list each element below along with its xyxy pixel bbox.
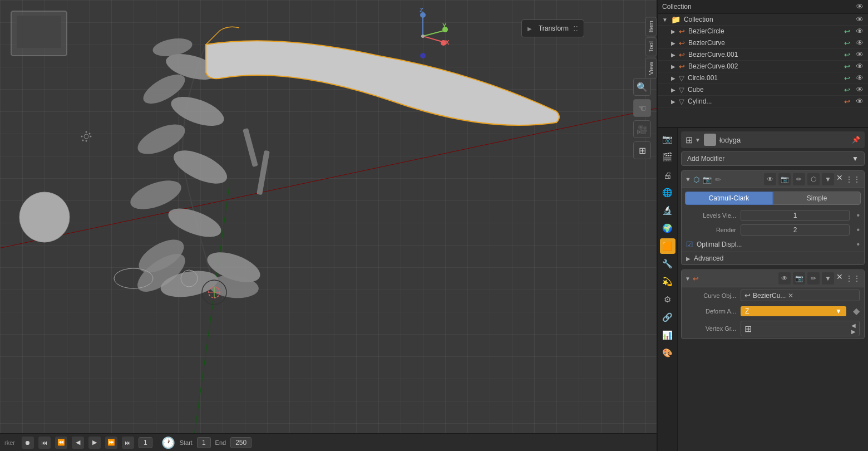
outliner-item-beziercurve001[interactable]: ▶ ↩ BezierCurve.001 ↩ 👁 bbox=[658, 49, 868, 61]
props-object-icon[interactable]: 🟧 bbox=[660, 238, 675, 254]
move-tool[interactable]: ☜ bbox=[633, 99, 651, 117]
object-name-text[interactable]: łodyga bbox=[719, 136, 849, 144]
main-container: Y X Z ▶ Transform :: 🔍 ☜ 🎥 ⊞ Item Tool V… bbox=[0, 0, 868, 451]
catmull-clark-tab[interactable]: Catmull-Clark bbox=[685, 192, 773, 205]
advanced-section-header[interactable]: ▶ Advanced bbox=[682, 252, 864, 264]
collection-eye[interactable]: 👁 bbox=[856, 15, 864, 24]
jump-end-btn[interactable]: ⏭ bbox=[122, 437, 134, 449]
beziercircle-shape-icon: ↩ bbox=[844, 27, 850, 36]
obj-type-icon: ⊞ bbox=[685, 135, 693, 145]
end-frame[interactable]: 250 bbox=[230, 437, 251, 448]
dot4 bbox=[81, 136, 83, 138]
leaf-2 bbox=[165, 203, 225, 243]
stick-1 bbox=[243, 128, 258, 167]
curve-render-btn[interactable]: 📷 bbox=[793, 272, 805, 285]
render-dot: • bbox=[856, 225, 860, 235]
grid-tool[interactable]: ⊞ bbox=[633, 141, 651, 159]
add-modifier-button[interactable]: Add Modifier ▼ bbox=[681, 151, 865, 166]
jump-start-btn[interactable]: ⏮ bbox=[38, 437, 51, 449]
next-btn[interactable]: ⏩ bbox=[105, 437, 117, 449]
subdiv-visibility-btn[interactable]: 👁 bbox=[764, 173, 776, 185]
tool-tab[interactable]: Tool bbox=[645, 37, 657, 56]
tracker-label: rker bbox=[4, 439, 15, 446]
outliner-item-beziercurve002[interactable]: ▶ ↩ BezierCurve.002 ↩ 👁 bbox=[658, 61, 868, 72]
curve-close-btn[interactable]: ✕ bbox=[836, 272, 843, 285]
circle001-eye[interactable]: 👁 bbox=[856, 73, 864, 82]
play-btn[interactable]: ▶ bbox=[88, 437, 101, 449]
subdiv-cage-btn[interactable]: ⬡ bbox=[807, 173, 820, 185]
step-back-btn[interactable]: ⏪ bbox=[55, 437, 67, 449]
vertex-group-value[interactable]: ⊞ ◀ ▶ bbox=[741, 321, 860, 336]
levels-viewport-value[interactable]: 1 bbox=[741, 210, 850, 221]
simple-tab[interactable]: Simple bbox=[773, 192, 861, 205]
start-frame[interactable]: 1 bbox=[197, 437, 211, 448]
cyl-shape-icon: ↩ bbox=[844, 97, 850, 106]
zoom-tool[interactable]: 🔍 bbox=[633, 78, 651, 96]
curve-visibility-btn[interactable]: 👁 bbox=[778, 272, 791, 285]
item-tab[interactable]: Item bbox=[645, 17, 657, 36]
camera-tool[interactable]: 🎥 bbox=[633, 120, 651, 138]
outliner-item-cube[interactable]: ▶ ▽ Cube ↩ 👁 bbox=[658, 84, 868, 96]
beziercurve-chip-close[interactable]: ✕ bbox=[788, 292, 793, 300]
obj-type-selector[interactable]: ⊞ ▼ bbox=[685, 135, 701, 145]
pin-icon[interactable]: 📌 bbox=[852, 136, 860, 144]
props-modifier-icon[interactable]: 🔧 bbox=[660, 256, 675, 272]
props-scene-icon[interactable]: 📷 bbox=[660, 131, 675, 147]
props-data-icon[interactable]: 📊 bbox=[660, 327, 675, 343]
cube-eye[interactable]: 👁 bbox=[856, 85, 864, 94]
props-physics-icon[interactable]: ⚙ bbox=[660, 292, 675, 307]
vertex-group-arrows[interactable]: ◀ ▶ bbox=[851, 322, 856, 335]
props-render-icon[interactable]: 🎬 bbox=[660, 149, 675, 165]
vg-arrow-left: ◀ bbox=[851, 322, 856, 329]
subdiv-dropdown-btn[interactable]: ▼ bbox=[822, 173, 834, 185]
bc001-eye[interactable]: 👁 bbox=[856, 50, 864, 59]
optimal-display-row: ☑ Optimal Displ... • bbox=[682, 237, 864, 252]
vertex-group-row: Vertex Gr... ⊞ ◀ ▶ bbox=[682, 318, 864, 339]
beziercircle-name: BezierCircle bbox=[688, 27, 841, 35]
record-btn[interactable]: ⏺ bbox=[22, 437, 34, 449]
subdiv-edit-mode-btn[interactable]: ✏ bbox=[793, 173, 805, 185]
beziercircle-icon: ↩ bbox=[679, 27, 685, 36]
optimal-display-checkbox[interactable]: ☑ bbox=[686, 240, 693, 249]
props-particles-icon[interactable]: 💫 bbox=[660, 274, 675, 290]
curve-expand[interactable]: ▼ bbox=[685, 276, 691, 282]
props-material-icon[interactable]: 🎨 bbox=[660, 345, 675, 361]
levels-viewport-label: Levels Vie... bbox=[686, 212, 736, 219]
bc002-name: BezierCurve.002 bbox=[688, 62, 841, 70]
props-constraints-icon[interactable]: 🔗 bbox=[660, 310, 675, 325]
curve-dropdown-btn[interactable]: ▼ bbox=[822, 272, 834, 285]
axis-dropdown[interactable]: Z ▼ bbox=[741, 306, 846, 316]
subdiv-expand[interactable]: ▼ bbox=[685, 176, 691, 183]
axis-dropdown-arrow: ▼ bbox=[835, 307, 842, 315]
outliner-item-cylinder[interactable]: ▶ ▽ Cylind... ↩ 👁 bbox=[658, 96, 868, 107]
curve-menu-btn[interactable]: ⋮⋮ bbox=[845, 274, 861, 283]
render-row: Render 2 • bbox=[682, 223, 864, 237]
subdiv-close-btn[interactable]: ✕ bbox=[836, 173, 843, 185]
vertex-group-icon: ⊞ bbox=[744, 323, 752, 334]
cyl-eye[interactable]: 👁 bbox=[856, 97, 864, 106]
outliner-item-collection[interactable]: ▼ 📁 Collection 👁 bbox=[658, 14, 868, 26]
properties-panel: 📷 🎬 🖨 🌐 🔬 🌍 🟧 🔧 💫 ⚙ 🔗 📊 🎨 ⊞ bbox=[658, 128, 868, 451]
outliner-item-beziercurve[interactable]: ▶ ↩ BezierCurve ↩ 👁 bbox=[658, 37, 868, 49]
beziercircle-expand: ▶ bbox=[671, 28, 675, 35]
outliner-item-beziercircle[interactable]: ▶ ↩ BezierCircle ↩ 👁 bbox=[658, 26, 868, 37]
subdiv-header-icons: 👁 📷 ✏ ⬡ ▼ ✕ bbox=[764, 173, 843, 185]
render-value[interactable]: 2 bbox=[741, 224, 850, 236]
beziercurve-eye[interactable]: 👁 bbox=[856, 38, 864, 47]
view-tab[interactable]: View bbox=[645, 58, 657, 79]
beziercurve-chip[interactable]: ↩ BezierCu... ✕ bbox=[741, 290, 860, 301]
outliner-item-circle001[interactable]: ▶ ▽ Circle.001 ↩ 👁 bbox=[658, 72, 868, 84]
back-btn[interactable]: ◀ bbox=[72, 437, 84, 449]
props-viewlayer-icon[interactable]: 🌐 bbox=[660, 185, 675, 200]
props-output-icon[interactable]: 🖨 bbox=[660, 167, 675, 183]
curve-edit-btn[interactable]: ✏ bbox=[807, 272, 820, 285]
props-world-icon[interactable]: 🌍 bbox=[660, 220, 675, 236]
subdiv-render-btn[interactable]: 📷 bbox=[778, 173, 791, 185]
subdiv-menu-btn[interactable]: ⋮⋮ bbox=[845, 175, 861, 184]
beziercircle-eye[interactable]: 👁 bbox=[856, 27, 864, 36]
bc002-eye[interactable]: 👁 bbox=[856, 62, 864, 71]
viewport: Y X Z ▶ Transform :: 🔍 ☜ 🎥 ⊞ Item Tool V… bbox=[0, 0, 657, 451]
current-frame[interactable]: 1 bbox=[139, 437, 152, 448]
transform-panel: ▶ Transform :: bbox=[521, 19, 584, 37]
props-scene2-icon[interactable]: 🔬 bbox=[660, 203, 675, 218]
